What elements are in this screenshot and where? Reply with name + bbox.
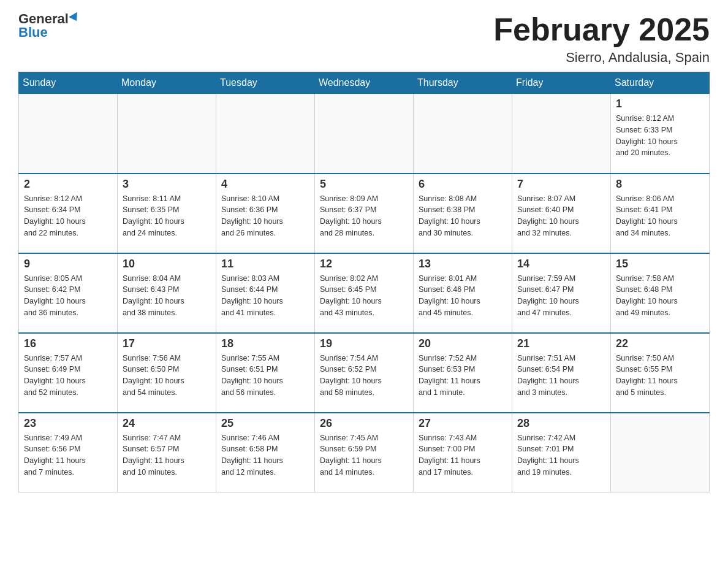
calendar-week-row: 23Sunrise: 7:49 AMSunset: 6:56 PMDayligh… — [19, 413, 710, 492]
day-number: 21 — [517, 337, 605, 350]
day-info: Sunrise: 8:07 AMSunset: 6:40 PMDaylight:… — [517, 193, 605, 239]
day-number: 16 — [24, 337, 112, 350]
table-row: 10Sunrise: 8:04 AMSunset: 6:43 PMDayligh… — [118, 253, 216, 333]
header-sunday: Sunday — [19, 72, 118, 94]
day-number: 3 — [123, 178, 211, 191]
table-row: 1Sunrise: 8:12 AMSunset: 6:33 PMDaylight… — [611, 94, 710, 174]
table-row — [315, 94, 414, 174]
table-row: 16Sunrise: 7:57 AMSunset: 6:49 PMDayligh… — [19, 333, 118, 413]
day-info: Sunrise: 7:49 AMSunset: 6:56 PMDaylight:… — [24, 432, 112, 478]
day-info: Sunrise: 7:56 AMSunset: 6:50 PMDaylight:… — [123, 353, 211, 399]
day-number: 27 — [419, 417, 507, 430]
calendar-week-row: 16Sunrise: 7:57 AMSunset: 6:49 PMDayligh… — [19, 333, 710, 413]
logo-blue: Blue — [18, 25, 48, 40]
day-info: Sunrise: 7:59 AMSunset: 6:47 PMDaylight:… — [517, 273, 605, 319]
logo: General Blue — [18, 12, 80, 40]
location-subtitle: Sierro, Andalusia, Spain — [493, 50, 710, 66]
table-row: 12Sunrise: 8:02 AMSunset: 6:45 PMDayligh… — [315, 253, 414, 333]
table-row — [414, 94, 512, 174]
table-row: 5Sunrise: 8:09 AMSunset: 6:37 PMDaylight… — [315, 174, 414, 253]
day-number: 2 — [24, 178, 112, 191]
table-row: 6Sunrise: 8:08 AMSunset: 6:38 PMDaylight… — [414, 174, 512, 253]
table-row: 13Sunrise: 8:01 AMSunset: 6:46 PMDayligh… — [414, 253, 512, 333]
day-info: Sunrise: 7:55 AMSunset: 6:51 PMDaylight:… — [221, 353, 309, 399]
day-number: 15 — [616, 258, 704, 270]
day-info: Sunrise: 8:09 AMSunset: 6:37 PMDaylight:… — [320, 193, 408, 239]
table-row: 23Sunrise: 7:49 AMSunset: 6:56 PMDayligh… — [19, 413, 118, 492]
table-row — [19, 94, 118, 174]
day-number: 17 — [123, 337, 211, 350]
day-info: Sunrise: 7:45 AMSunset: 6:59 PMDaylight:… — [320, 432, 408, 478]
calendar-week-row: 1Sunrise: 8:12 AMSunset: 6:33 PMDaylight… — [19, 94, 710, 174]
header-wednesday: Wednesday — [315, 72, 414, 94]
day-info: Sunrise: 7:50 AMSunset: 6:55 PMDaylight:… — [616, 353, 704, 399]
day-info: Sunrise: 8:02 AMSunset: 6:45 PMDaylight:… — [320, 273, 408, 319]
table-row: 27Sunrise: 7:43 AMSunset: 7:00 PMDayligh… — [414, 413, 512, 492]
table-row: 11Sunrise: 8:03 AMSunset: 6:44 PMDayligh… — [216, 253, 315, 333]
table-row: 28Sunrise: 7:42 AMSunset: 7:01 PMDayligh… — [512, 413, 611, 492]
table-row — [512, 94, 611, 174]
day-info: Sunrise: 8:04 AMSunset: 6:43 PMDaylight:… — [123, 273, 211, 319]
header-saturday: Saturday — [611, 72, 710, 94]
day-info: Sunrise: 7:52 AMSunset: 6:53 PMDaylight:… — [419, 353, 507, 399]
day-number: 10 — [123, 258, 211, 270]
table-row — [611, 413, 710, 492]
day-number: 1 — [616, 98, 704, 110]
day-number: 20 — [419, 337, 507, 350]
day-info: Sunrise: 8:11 AMSunset: 6:35 PMDaylight:… — [123, 193, 211, 239]
day-info: Sunrise: 7:43 AMSunset: 7:00 PMDaylight:… — [419, 432, 507, 478]
table-row: 4Sunrise: 8:10 AMSunset: 6:36 PMDaylight… — [216, 174, 315, 253]
table-row: 19Sunrise: 7:54 AMSunset: 6:52 PMDayligh… — [315, 333, 414, 413]
day-number: 22 — [616, 337, 704, 350]
day-info: Sunrise: 8:05 AMSunset: 6:42 PMDaylight:… — [24, 273, 112, 319]
day-number: 7 — [517, 178, 605, 191]
calendar-table: Sunday Monday Tuesday Wednesday Thursday… — [18, 72, 710, 492]
header-monday: Monday — [118, 72, 216, 94]
day-number: 9 — [24, 258, 112, 270]
table-row: 14Sunrise: 7:59 AMSunset: 6:47 PMDayligh… — [512, 253, 611, 333]
day-number: 24 — [123, 417, 211, 430]
table-row: 3Sunrise: 8:11 AMSunset: 6:35 PMDaylight… — [118, 174, 216, 253]
calendar-week-row: 9Sunrise: 8:05 AMSunset: 6:42 PMDaylight… — [19, 253, 710, 333]
day-info: Sunrise: 7:58 AMSunset: 6:48 PMDaylight:… — [616, 273, 704, 319]
day-info: Sunrise: 8:06 AMSunset: 6:41 PMDaylight:… — [616, 193, 704, 239]
day-info: Sunrise: 8:01 AMSunset: 6:46 PMDaylight:… — [419, 273, 507, 319]
table-row: 8Sunrise: 8:06 AMSunset: 6:41 PMDaylight… — [611, 174, 710, 253]
header-thursday: Thursday — [414, 72, 512, 94]
day-number: 25 — [221, 417, 309, 430]
day-number: 6 — [419, 178, 507, 191]
day-number: 11 — [221, 258, 309, 270]
month-title: February 2025 — [493, 12, 710, 47]
table-row: 24Sunrise: 7:47 AMSunset: 6:57 PMDayligh… — [118, 413, 216, 492]
calendar-week-row: 2Sunrise: 8:12 AMSunset: 6:34 PMDaylight… — [19, 174, 710, 253]
day-number: 26 — [320, 417, 408, 430]
day-number: 28 — [517, 417, 605, 430]
day-number: 8 — [616, 178, 704, 191]
title-area: February 2025 Sierro, Andalusia, Spain — [493, 12, 710, 66]
day-number: 23 — [24, 417, 112, 430]
day-number: 14 — [517, 258, 605, 270]
day-info: Sunrise: 7:42 AMSunset: 7:01 PMDaylight:… — [517, 432, 605, 478]
table-row: 26Sunrise: 7:45 AMSunset: 6:59 PMDayligh… — [315, 413, 414, 492]
day-info: Sunrise: 8:08 AMSunset: 6:38 PMDaylight:… — [419, 193, 507, 239]
table-row: 2Sunrise: 8:12 AMSunset: 6:34 PMDaylight… — [19, 174, 118, 253]
day-info: Sunrise: 8:10 AMSunset: 6:36 PMDaylight:… — [221, 193, 309, 239]
table-row: 9Sunrise: 8:05 AMSunset: 6:42 PMDaylight… — [19, 253, 118, 333]
day-info: Sunrise: 7:54 AMSunset: 6:52 PMDaylight:… — [320, 353, 408, 399]
day-info: Sunrise: 7:47 AMSunset: 6:57 PMDaylight:… — [123, 432, 211, 478]
day-info: Sunrise: 7:46 AMSunset: 6:58 PMDaylight:… — [221, 432, 309, 478]
calendar-header-row: Sunday Monday Tuesday Wednesday Thursday… — [19, 72, 710, 94]
day-number: 5 — [320, 178, 408, 191]
day-number: 13 — [419, 258, 507, 270]
day-number: 4 — [221, 178, 309, 191]
table-row: 18Sunrise: 7:55 AMSunset: 6:51 PMDayligh… — [216, 333, 315, 413]
day-number: 18 — [221, 337, 309, 350]
table-row — [216, 94, 315, 174]
day-info: Sunrise: 8:12 AMSunset: 6:33 PMDaylight:… — [616, 113, 704, 159]
header-friday: Friday — [512, 72, 611, 94]
logo-text: General — [18, 12, 80, 26]
day-number: 19 — [320, 337, 408, 350]
table-row: 15Sunrise: 7:58 AMSunset: 6:48 PMDayligh… — [611, 253, 710, 333]
table-row — [118, 94, 216, 174]
header-tuesday: Tuesday — [216, 72, 315, 94]
